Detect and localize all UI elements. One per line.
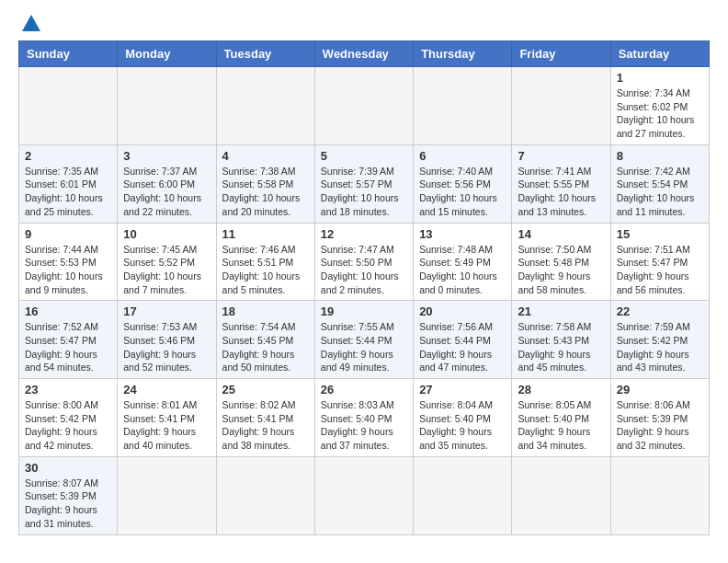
calendar-cell: 30Sunrise: 8:07 AM Sunset: 5:39 PM Dayli… (19, 456, 118, 534)
calendar-cell (314, 456, 413, 534)
page-header (18, 18, 710, 31)
calendar-week-row: 16Sunrise: 7:52 AM Sunset: 5:47 PM Dayli… (19, 301, 710, 379)
day-number: 30 (25, 461, 111, 475)
calendar-cell (314, 67, 413, 145)
day-info: Sunrise: 8:05 AM Sunset: 5:40 PM Dayligh… (518, 398, 604, 453)
logo-triangle-icon (22, 15, 40, 31)
day-info: Sunrise: 7:47 AM Sunset: 5:50 PM Dayligh… (321, 243, 407, 297)
calendar-cell: 16Sunrise: 7:52 AM Sunset: 5:47 PM Dayli… (19, 301, 118, 379)
day-number: 29 (617, 383, 703, 396)
calendar-cell: 22Sunrise: 7:59 AM Sunset: 5:42 PM Dayli… (610, 301, 709, 379)
calendar-week-row: 2Sunrise: 7:35 AM Sunset: 6:01 PM Daylig… (19, 144, 710, 223)
day-info: Sunrise: 7:48 AM Sunset: 5:49 PM Dayligh… (419, 243, 506, 297)
day-info: Sunrise: 7:39 AM Sunset: 5:57 PM Dayligh… (321, 165, 407, 219)
day-number: 20 (419, 304, 506, 318)
day-info: Sunrise: 8:03 AM Sunset: 5:40 PM Dayligh… (321, 398, 407, 453)
day-info: Sunrise: 8:04 AM Sunset: 5:40 PM Dayligh… (419, 398, 506, 453)
calendar-cell: 12Sunrise: 7:47 AM Sunset: 5:50 PM Dayli… (314, 223, 413, 301)
day-info: Sunrise: 8:02 AM Sunset: 5:41 PM Dayligh… (222, 398, 309, 453)
weekday-header-friday: Friday (512, 41, 610, 67)
day-info: Sunrise: 7:42 AM Sunset: 5:54 PM Dayligh… (617, 165, 703, 219)
calendar-cell: 26Sunrise: 8:03 AM Sunset: 5:40 PM Dayli… (314, 379, 413, 457)
logo (18, 18, 40, 31)
weekday-header-monday: Monday (118, 41, 216, 67)
day-number: 21 (518, 304, 604, 318)
calendar-cell: 18Sunrise: 7:54 AM Sunset: 5:45 PM Dayli… (216, 301, 314, 379)
calendar-cell: 2Sunrise: 7:35 AM Sunset: 6:01 PM Daylig… (19, 144, 118, 223)
day-info: Sunrise: 7:56 AM Sunset: 5:44 PM Dayligh… (419, 320, 506, 374)
calendar-cell: 20Sunrise: 7:56 AM Sunset: 5:44 PM Dayli… (414, 301, 512, 379)
calendar-cell: 3Sunrise: 7:37 AM Sunset: 6:00 PM Daylig… (118, 144, 216, 223)
calendar-cell: 1Sunrise: 7:34 AM Sunset: 6:02 PM Daylig… (610, 67, 709, 145)
day-number: 26 (321, 383, 407, 396)
day-info: Sunrise: 8:06 AM Sunset: 5:39 PM Dayligh… (617, 398, 703, 453)
day-number: 2 (25, 149, 111, 163)
calendar-cell: 27Sunrise: 8:04 AM Sunset: 5:40 PM Dayli… (414, 379, 512, 457)
calendar-cell (414, 456, 512, 534)
calendar-cell: 15Sunrise: 7:51 AM Sunset: 5:47 PM Dayli… (610, 223, 709, 301)
calendar-body: 1Sunrise: 7:34 AM Sunset: 6:02 PM Daylig… (19, 67, 710, 535)
day-number: 11 (222, 227, 309, 241)
day-number: 15 (617, 227, 703, 241)
day-number: 6 (419, 149, 506, 163)
calendar-week-row: 9Sunrise: 7:44 AM Sunset: 5:53 PM Daylig… (19, 223, 710, 301)
day-info: Sunrise: 7:40 AM Sunset: 5:56 PM Dayligh… (419, 165, 506, 219)
calendar-cell (414, 67, 512, 145)
day-number: 23 (25, 383, 111, 396)
calendar-week-row: 30Sunrise: 8:07 AM Sunset: 5:39 PM Dayli… (19, 456, 710, 534)
day-number: 28 (518, 383, 604, 396)
day-number: 19 (321, 304, 407, 318)
calendar-cell: 8Sunrise: 7:42 AM Sunset: 5:54 PM Daylig… (610, 144, 709, 223)
day-number: 3 (123, 149, 210, 163)
calendar-cell: 4Sunrise: 7:38 AM Sunset: 5:58 PM Daylig… (216, 144, 314, 223)
calendar-cell: 14Sunrise: 7:50 AM Sunset: 5:48 PM Dayli… (512, 223, 610, 301)
day-number: 9 (25, 227, 111, 241)
day-info: Sunrise: 7:58 AM Sunset: 5:43 PM Dayligh… (518, 320, 604, 374)
calendar-cell: 17Sunrise: 7:53 AM Sunset: 5:46 PM Dayli… (118, 301, 216, 379)
day-info: Sunrise: 7:50 AM Sunset: 5:48 PM Dayligh… (518, 243, 604, 297)
calendar-cell: 11Sunrise: 7:46 AM Sunset: 5:51 PM Dayli… (216, 223, 314, 301)
calendar-cell (512, 456, 610, 534)
weekday-header-thursday: Thursday (414, 41, 512, 67)
day-info: Sunrise: 7:53 AM Sunset: 5:46 PM Dayligh… (123, 320, 210, 374)
calendar-cell: 13Sunrise: 7:48 AM Sunset: 5:49 PM Dayli… (414, 223, 512, 301)
day-info: Sunrise: 7:46 AM Sunset: 5:51 PM Dayligh… (222, 243, 309, 297)
day-info: Sunrise: 7:37 AM Sunset: 6:00 PM Dayligh… (123, 165, 210, 219)
calendar-cell (216, 67, 314, 145)
day-number: 25 (222, 383, 309, 396)
calendar-cell (610, 456, 709, 534)
day-number: 5 (321, 149, 407, 163)
calendar-cell: 7Sunrise: 7:41 AM Sunset: 5:55 PM Daylig… (512, 144, 610, 223)
day-number: 24 (123, 383, 210, 396)
day-number: 22 (617, 304, 703, 318)
day-number: 7 (518, 149, 604, 163)
calendar-cell: 19Sunrise: 7:55 AM Sunset: 5:44 PM Dayli… (314, 301, 413, 379)
calendar-cell (19, 67, 118, 145)
calendar-cell: 28Sunrise: 8:05 AM Sunset: 5:40 PM Dayli… (512, 379, 610, 457)
weekday-header-saturday: Saturday (610, 41, 709, 67)
weekday-header-wednesday: Wednesday (314, 41, 413, 67)
day-info: Sunrise: 7:34 AM Sunset: 6:02 PM Dayligh… (617, 86, 703, 141)
day-info: Sunrise: 7:35 AM Sunset: 6:01 PM Dayligh… (25, 165, 111, 219)
calendar-cell (216, 456, 314, 534)
day-number: 4 (222, 149, 309, 163)
calendar-week-row: 23Sunrise: 8:00 AM Sunset: 5:42 PM Dayli… (19, 379, 710, 457)
calendar-table: SundayMondayTuesdayWednesdayThursdayFrid… (18, 40, 710, 535)
day-info: Sunrise: 7:51 AM Sunset: 5:47 PM Dayligh… (617, 243, 703, 297)
day-info: Sunrise: 8:07 AM Sunset: 5:39 PM Dayligh… (25, 477, 111, 531)
weekday-header-tuesday: Tuesday (216, 41, 314, 67)
day-number: 17 (123, 304, 210, 318)
calendar-cell: 5Sunrise: 7:39 AM Sunset: 5:57 PM Daylig… (314, 144, 413, 223)
weekday-header-row: SundayMondayTuesdayWednesdayThursdayFrid… (19, 41, 710, 67)
day-info: Sunrise: 7:38 AM Sunset: 5:58 PM Dayligh… (222, 165, 309, 219)
day-info: Sunrise: 7:44 AM Sunset: 5:53 PM Dayligh… (25, 243, 111, 297)
day-info: Sunrise: 7:52 AM Sunset: 5:47 PM Dayligh… (25, 320, 111, 374)
day-info: Sunrise: 7:41 AM Sunset: 5:55 PM Dayligh… (518, 165, 604, 219)
day-number: 14 (518, 227, 604, 241)
calendar-cell: 9Sunrise: 7:44 AM Sunset: 5:53 PM Daylig… (19, 223, 118, 301)
calendar-cell (512, 67, 610, 145)
day-number: 18 (222, 304, 309, 318)
calendar-week-row: 1Sunrise: 7:34 AM Sunset: 6:02 PM Daylig… (19, 67, 710, 145)
calendar-cell (118, 456, 216, 534)
day-number: 27 (419, 383, 506, 396)
